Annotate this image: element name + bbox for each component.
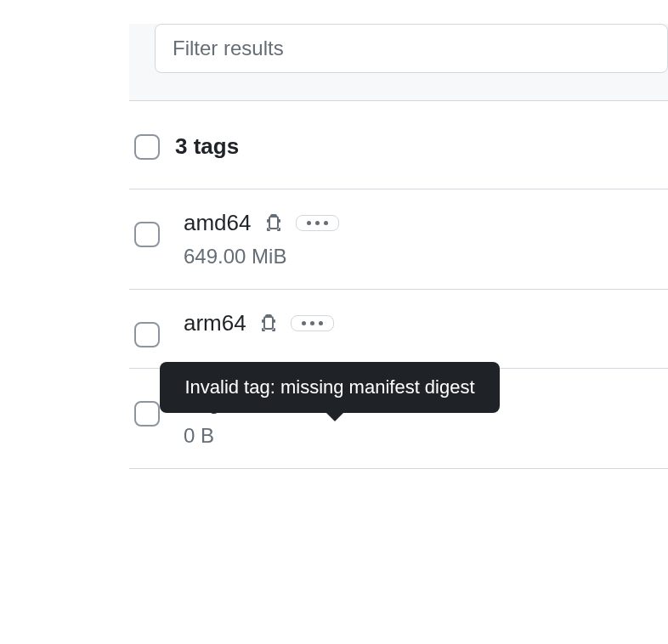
- row-checkbox[interactable]: [134, 322, 160, 347]
- tag-row: amd64 649.00 MiB: [129, 189, 668, 290]
- svg-rect-0: [269, 217, 278, 229]
- filter-input[interactable]: [155, 24, 668, 73]
- tooltip-text: Invalid tag: missing manifest digest: [184, 376, 474, 398]
- tag-name[interactable]: arm64: [184, 310, 246, 336]
- row-checkbox[interactable]: [134, 222, 160, 247]
- tag-name[interactable]: amd64: [184, 210, 252, 236]
- filter-bar: [129, 24, 668, 101]
- row-menu-button[interactable]: [291, 315, 334, 331]
- warning-tooltip: Invalid tag: missing manifest digest: [160, 362, 500, 413]
- tag-size: 649.00 MiB: [184, 245, 339, 268]
- clipboard-icon[interactable]: [258, 314, 279, 334]
- row-menu-button[interactable]: [296, 215, 339, 231]
- select-all-checkbox[interactable]: [134, 134, 160, 160]
- svg-rect-1: [264, 317, 273, 329]
- tags-count-label: 3 tags: [175, 133, 239, 160]
- tag-row: arm64: [129, 290, 668, 369]
- list-header: 3 tags: [129, 101, 668, 189]
- tag-size: 0 B: [184, 424, 324, 448]
- clipboard-icon[interactable]: [263, 213, 284, 234]
- row-checkbox[interactable]: [134, 401, 160, 427]
